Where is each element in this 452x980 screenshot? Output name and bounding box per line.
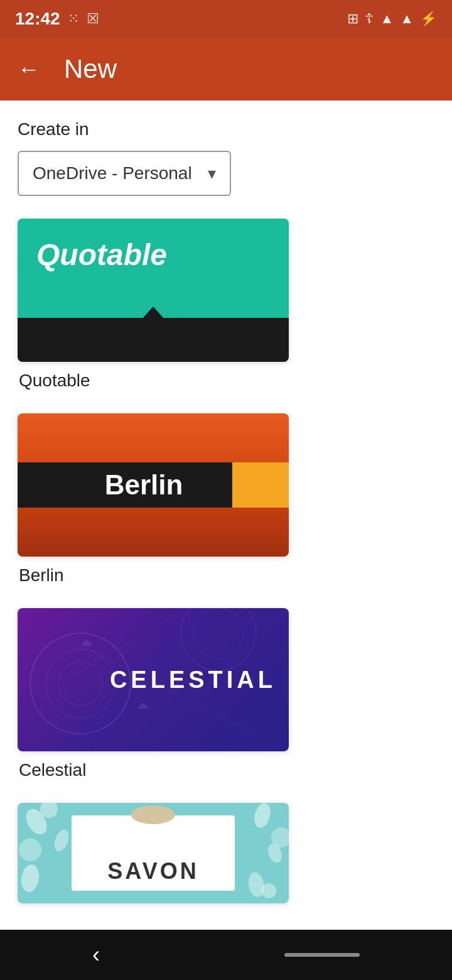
quotable-thumbnail-text: Quotable [36, 237, 167, 272]
storage-location-dropdown[interactable]: OneDrive - Personal ▾ [18, 151, 231, 196]
nav-back-button[interactable]: ‹ [92, 942, 100, 968]
signal-bar-icon: ▲ [400, 11, 414, 27]
signal-icon: ⁙ [68, 11, 79, 27]
page-title: New [64, 54, 117, 84]
svg-point-4 [193, 608, 244, 658]
chevron-down-icon: ▾ [208, 164, 216, 183]
dropdown-value: OneDrive - Personal [33, 163, 192, 183]
nav-bar: ‹ [0, 930, 452, 980]
create-in-label: Create in [18, 119, 434, 139]
battery-icon: ⚡ [420, 11, 437, 27]
savon-bow-decoration [131, 805, 175, 824]
celestial-thumbnail-text: CELESTIAL [110, 667, 276, 694]
svg-point-10 [51, 828, 71, 854]
status-time: 12:42 [15, 9, 60, 29]
template-celestial-thumbnail: CELESTIAL [18, 608, 289, 751]
svg-point-17 [19, 839, 41, 861]
savon-inner-card: SAVON [72, 815, 235, 891]
vibrate-icon: ☦ [365, 11, 374, 27]
svg-marker-7 [80, 640, 93, 646]
notifications-icon: ☒ [87, 11, 99, 27]
svg-point-1 [46, 649, 115, 718]
template-quotable[interactable]: Quotable Quotable [18, 219, 434, 391]
svg-point-16 [261, 883, 276, 898]
template-celestial-label: Celestial [18, 760, 434, 780]
wifi-icon: ▲ [380, 11, 394, 27]
svg-point-2 [58, 662, 102, 705]
svg-point-13 [19, 863, 41, 893]
svg-point-11 [252, 803, 273, 829]
template-berlin[interactable]: Berlin Berlin [18, 413, 434, 585]
content-area: Create in OneDrive - Personal ▾ Quotable… [0, 101, 452, 980]
svg-marker-8 [137, 702, 149, 709]
template-savon-thumbnail: SAVON [18, 803, 289, 903]
template-celestial[interactable]: CELESTIAL Celestial [18, 608, 434, 780]
template-berlin-label: Berlin [18, 565, 434, 585]
berlin-orange-accent [232, 462, 289, 508]
savon-thumbnail-text: SAVON [107, 858, 198, 885]
template-quotable-label: Quotable [18, 371, 434, 391]
back-button[interactable]: ← [13, 51, 45, 87]
nav-home-indicator[interactable] [284, 953, 360, 957]
app-bar: ← New [0, 38, 452, 101]
template-savon[interactable]: SAVON Savon [18, 803, 434, 932]
svg-point-3 [181, 608, 256, 671]
template-berlin-thumbnail: Berlin [18, 413, 289, 557]
template-quotable-thumbnail: Quotable [18, 219, 289, 362]
berlin-thumbnail-text: Berlin [105, 469, 183, 501]
status-bar: 12:42 ⁙ ☒ ⊞ ☦ ▲ ▲ ⚡ [0, 0, 452, 38]
cast-icon: ⊞ [347, 11, 358, 27]
